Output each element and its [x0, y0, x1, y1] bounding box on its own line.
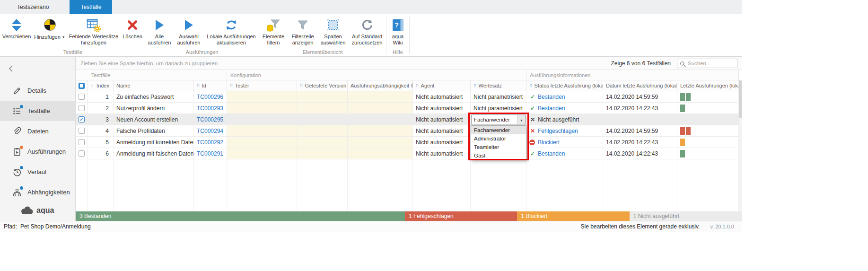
refresh-local-executions-button[interactable]: Lokale Ausführungen aktualisieren: [204, 16, 259, 46]
dependency-cell[interactable]: [348, 114, 413, 125]
column-header-id[interactable]: Id: [194, 80, 227, 91]
table-row[interactable]: 6 Anmeldung mit falschen Daten TC000291 …: [76, 148, 739, 159]
dropdown-option[interactable]: Administrator: [471, 134, 526, 143]
status-link[interactable]: Blockiert: [538, 139, 560, 146]
tester-cell[interactable]: [227, 103, 297, 114]
column-header-index[interactable]: Index: [88, 80, 114, 91]
move-button[interactable]: Verschieben: [1, 16, 32, 40]
valueset-cell[interactable]: Nicht parametrisiert: [471, 103, 526, 114]
row-checkbox[interactable]: [79, 105, 85, 111]
dependency-cell[interactable]: [348, 125, 413, 137]
button-label: Alle ausführen: [145, 34, 174, 46]
row-checkbox[interactable]: [79, 139, 85, 145]
dependency-cell[interactable]: [348, 103, 413, 114]
tab-testfaelle[interactable]: Testfälle: [70, 0, 112, 14]
version-cell[interactable]: [297, 103, 348, 114]
tester-cell[interactable]: [227, 125, 297, 137]
dropdown-option[interactable]: Fachanwender: [471, 126, 526, 134]
notification-dot: [20, 186, 23, 190]
select-all-checkbox[interactable]: [79, 83, 85, 89]
table-row[interactable]: 2 Nutzerprofil ändern TC000293 Nicht aut…: [76, 103, 739, 114]
band-checkbox: [76, 70, 88, 80]
dependency-cell[interactable]: [348, 137, 413, 148]
dropdown-button[interactable]: [517, 115, 525, 124]
vertical-scrollbar[interactable]: [739, 80, 742, 211]
scrollbar-thumb[interactable]: [739, 80, 742, 118]
column-header-agent[interactable]: Agent: [413, 80, 471, 91]
delete-icon: [126, 17, 139, 33]
tester-cell[interactable]: [227, 114, 297, 125]
tab-testszenario[interactable]: Testszenario: [9, 0, 56, 14]
execution-mark: [680, 105, 685, 112]
version-cell[interactable]: [297, 91, 348, 103]
tester-cell[interactable]: [227, 91, 297, 103]
tester-cell[interactable]: [227, 148, 297, 159]
row-checkbox[interactable]: [79, 150, 85, 157]
testcase-id-link[interactable]: TC000293: [197, 105, 223, 112]
column-header-status[interactable]: Status letzte Ausführung (lokal): [526, 80, 603, 91]
run-selection-button[interactable]: Auswahl ausführen: [174, 16, 204, 46]
search-icon: [680, 61, 686, 69]
status-icon: [529, 140, 535, 145]
status-link[interactable]: Bestanden: [538, 150, 565, 157]
testcase-id-link[interactable]: TC000292: [197, 139, 223, 146]
status-cell: Bestanden: [526, 91, 603, 103]
dropdown-option[interactable]: Teamleiter: [471, 143, 526, 151]
row-checkbox[interactable]: [79, 128, 85, 134]
sidebar-item-details[interactable]: Details: [0, 80, 75, 101]
status-link[interactable]: Bestanden: [538, 94, 565, 100]
column-header-executions[interactable]: Letzte Ausführungen (lokal): [677, 80, 739, 91]
add-missing-valuesets-button[interactable]: Fehlende Wertesätze hinzufügen: [67, 16, 120, 46]
table-row[interactable]: 5 Anmeldung mit korrekten Daten TC000292…: [76, 137, 739, 148]
filter-row-icon: [297, 17, 309, 33]
status-link[interactable]: Bestanden: [538, 105, 565, 112]
version-cell[interactable]: [297, 125, 348, 137]
row-checkbox[interactable]: [79, 94, 85, 100]
column-header-version[interactable]: Getestete Version: [297, 80, 348, 91]
choose-columns-button[interactable]: Spalten auswählen: [318, 16, 348, 46]
table-row[interactable]: 4 Falsche Profildaten TC000294 Nicht aut…: [76, 125, 739, 137]
sidebar-item-dateien[interactable]: Dateien: [0, 121, 75, 141]
testcase-id-link[interactable]: TC000291: [197, 150, 223, 157]
column-header-name[interactable]: Name: [114, 80, 194, 91]
sidebar-item-testfaelle[interactable]: Testfälle: [0, 101, 75, 121]
id-cell: TC000294: [194, 125, 227, 137]
filter-elements-button[interactable]: Elemente filtern: [259, 16, 288, 46]
testcase-id-link[interactable]: TC000294: [197, 128, 223, 134]
search-input[interactable]: [677, 59, 737, 68]
add-button[interactable]: Hinzufügen: [32, 16, 67, 40]
table-row-selected[interactable]: 3 Neuen Account erstellen TC000295 Nicht…: [76, 114, 739, 125]
testcase-id-link[interactable]: TC000295: [197, 116, 223, 123]
valueset-dropdown-editor[interactable]: Fachanwender: [471, 114, 526, 124]
testcase-id-link[interactable]: TC000296: [197, 94, 223, 100]
sidebar-item-ausfuehrungen[interactable]: Ausführungen: [0, 141, 75, 162]
sidebar-item-abhaengigkeiten[interactable]: Abhängigkeiten: [0, 182, 75, 202]
group-by-bar[interactable]: Ziehen Sie eine Spalte hierhin, um danac…: [76, 57, 742, 70]
row-checkbox-checked[interactable]: [79, 116, 85, 122]
delete-button[interactable]: Löschen: [120, 16, 145, 40]
sidebar-item-verlauf[interactable]: Verlauf: [0, 162, 75, 182]
version-cell[interactable]: [297, 137, 348, 148]
tester-cell[interactable]: [227, 137, 297, 148]
dropdown-option[interactable]: Gast: [471, 151, 526, 160]
aqua-logo: aqua: [21, 206, 54, 215]
column-header-date[interactable]: Datum letzte Ausführung (lokal): [603, 80, 677, 91]
dependency-cell[interactable]: [348, 148, 413, 159]
status-icon: [529, 116, 536, 123]
valueset-cell[interactable]: Nicht parametrisiert: [471, 91, 526, 103]
status-link[interactable]: Fehlgeschlagen: [538, 128, 578, 134]
show-filter-row-button[interactable]: Filterzeile anzeigen: [288, 16, 318, 46]
aqua-wiki-button[interactable]: ? aqua Wiki: [386, 16, 409, 46]
column-header-valueset[interactable]: Wertesatz: [471, 80, 526, 91]
version-cell[interactable]: [297, 148, 348, 159]
dependency-cell[interactable]: [348, 91, 413, 103]
reset-default-button[interactable]: Auf Standard zurücksetzen: [348, 16, 386, 46]
drag-dots-icon: [230, 83, 235, 88]
version-cell[interactable]: [297, 114, 348, 125]
run-all-button[interactable]: Alle ausführen: [145, 16, 174, 46]
sidebar-collapse-button[interactable]: [0, 57, 75, 80]
column-header-tester[interactable]: Tester: [227, 80, 297, 91]
column-header-dependency[interactable]: Ausführungsabhängigkeit: [348, 80, 413, 91]
table-row[interactable]: 1 Zu einfaches Passwort TC000296 Nicht a…: [76, 91, 739, 103]
agent-cell: Nicht automatisiert: [413, 148, 471, 159]
